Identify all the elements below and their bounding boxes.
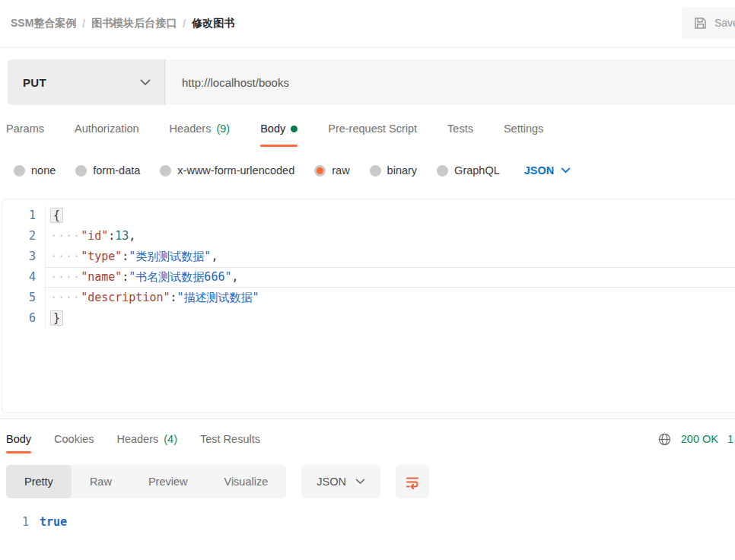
token-brace: { — [50, 208, 63, 223]
body-type-binary[interactable]: binary — [370, 164, 418, 177]
view-visualize[interactable]: Visualize — [205, 465, 286, 498]
body-type-label: x-www-form-urlencoded — [177, 164, 294, 177]
line-code: ····"description":"描述测试数据" — [46, 288, 735, 308]
response-toolbar: PrettyRawPreviewVisualize JSON — [0, 465, 735, 498]
radio-icon — [437, 165, 448, 177]
tab-label: Headers — [170, 123, 212, 135]
token-str: "书名测试数据666" — [129, 270, 231, 284]
tab-label: Params — [6, 123, 44, 135]
raw-language-dropdown[interactable]: JSON — [524, 164, 571, 177]
response-body: 1true — [0, 512, 735, 532]
globe-icon[interactable] — [657, 432, 672, 447]
token-punct: , — [129, 229, 135, 243]
response-language-label: JSON — [317, 476, 346, 488]
tab-headers[interactable]: Headers(9) — [170, 105, 231, 152]
save-icon — [692, 15, 708, 31]
wrap-line-button[interactable] — [396, 465, 429, 498]
token-num: 13 — [115, 229, 129, 243]
token-punct: , — [232, 270, 239, 284]
body-indicator-dot — [291, 126, 298, 132]
line-code: ····"id":13, — [46, 226, 735, 247]
token-key: "type" — [81, 250, 122, 263]
breadcrumb: SSM整合案例/图书模块后台接口/修改图书 — [11, 17, 234, 30]
line-number: 3 — [2, 247, 46, 267]
token-str: "描述测试数据" — [177, 291, 259, 304]
radio-icon — [14, 165, 25, 177]
save-button[interactable]: Save — [682, 7, 735, 39]
tab-count-badge: (9) — [216, 123, 230, 135]
response-tab-body[interactable]: Body — [6, 419, 31, 459]
token-key: "id" — [81, 229, 108, 243]
tab-label: Pre-request Script — [328, 123, 417, 135]
response-line: 1true — [0, 512, 735, 532]
response-meta: 200 OK1 — [657, 432, 735, 447]
response-status: 200 OK — [681, 433, 718, 445]
token-str: "类别测试数据" — [129, 250, 211, 263]
body-type-form-data[interactable]: form-data — [75, 164, 140, 177]
radio-icon — [370, 165, 381, 177]
body-type-label: GraphQL — [454, 164, 500, 177]
token-ws: ···· — [50, 229, 81, 243]
response-tabs: BodyCookiesHeaders(4)Test Results200 OK1 — [0, 419, 735, 459]
url-bar: PUT http://localhost/books — [8, 59, 735, 105]
breadcrumb-item[interactable]: SSM整合案例 — [11, 17, 76, 30]
token-brace: } — [50, 310, 63, 326]
view-raw[interactable]: Raw — [72, 465, 130, 498]
body-type-raw[interactable]: raw — [314, 164, 349, 177]
radio-icon — [160, 165, 171, 177]
breadcrumb-item[interactable]: 图书模块后台接口 — [91, 17, 177, 30]
breadcrumb-current: 修改图书 — [192, 17, 234, 30]
method-label: PUT — [23, 76, 46, 89]
body-type-label: raw — [332, 164, 349, 177]
radio-icon — [314, 165, 326, 177]
method-selector[interactable]: PUT — [8, 59, 165, 105]
response-time: 1 — [727, 433, 733, 445]
radio-icon — [75, 165, 87, 177]
request-body-editor[interactable]: 1{2····"id":13,3····"type":"类别测试数据",4···… — [2, 199, 735, 413]
line-code: ····"name":"书名测试数据666", — [46, 267, 735, 288]
save-button-label: Save — [714, 17, 735, 29]
raw-language-label: JSON — [524, 164, 555, 177]
tab-params[interactable]: Params — [6, 105, 44, 152]
editor-line: 5····"description":"描述测试数据" — [2, 288, 735, 308]
line-number: 6 — [2, 308, 46, 329]
tab-tests[interactable]: Tests — [447, 105, 473, 152]
response-tab-test-results[interactable]: Test Results — [200, 419, 260, 459]
response-value: true — [40, 512, 67, 532]
tab-label: Body — [260, 123, 285, 135]
tab-body[interactable]: Body — [260, 105, 298, 152]
tab-count-badge: (4) — [164, 433, 177, 445]
body-type-GraphQL[interactable]: GraphQL — [437, 164, 500, 177]
editor-line: 2····"id":13, — [2, 226, 735, 247]
body-type-x-www-form-urlencoded[interactable]: x-www-form-urlencoded — [160, 164, 294, 177]
token-ws: ···· — [50, 250, 81, 263]
chevron-down-icon — [561, 167, 571, 173]
token-key: "name" — [81, 270, 122, 284]
line-number: 4 — [2, 267, 46, 288]
tab-authorization[interactable]: Authorization — [75, 105, 139, 152]
body-type-row: noneform-datax-www-form-urlencodedrawbin… — [0, 152, 735, 189]
line-code: ····"type":"类别测试数据", — [46, 247, 735, 267]
body-type-none[interactable]: none — [14, 164, 56, 177]
line-number: 2 — [2, 226, 46, 247]
response-tab-cookies[interactable]: Cookies — [54, 419, 94, 459]
tab-label: Test Results — [200, 433, 260, 445]
view-preview[interactable]: Preview — [130, 465, 206, 498]
body-type-label: none — [31, 164, 56, 177]
wrap-line-icon — [403, 473, 422, 491]
editor-line: 3····"type":"类别测试数据", — [2, 247, 735, 267]
tab-pre-request-script[interactable]: Pre-request Script — [328, 105, 417, 152]
response-language-dropdown[interactable]: JSON — [301, 465, 380, 498]
request-header: SSM整合案例/图书模块后台接口/修改图书 Save — [0, 0, 735, 48]
tab-label: Cookies — [54, 433, 94, 445]
editor-line: 4····"name":"书名测试数据666", — [2, 267, 735, 288]
line-number: 1 — [0, 512, 40, 532]
response-tab-headers[interactable]: Headers(4) — [116, 419, 177, 459]
url-input[interactable]: http://localhost/books — [165, 59, 735, 105]
breadcrumb-separator: / — [183, 18, 186, 30]
view-pretty[interactable]: Pretty — [6, 465, 72, 498]
token-ws: ···· — [50, 270, 81, 284]
tab-settings[interactable]: Settings — [504, 105, 543, 152]
tab-label: Authorization — [75, 123, 139, 135]
tab-label: Tests — [447, 123, 473, 135]
